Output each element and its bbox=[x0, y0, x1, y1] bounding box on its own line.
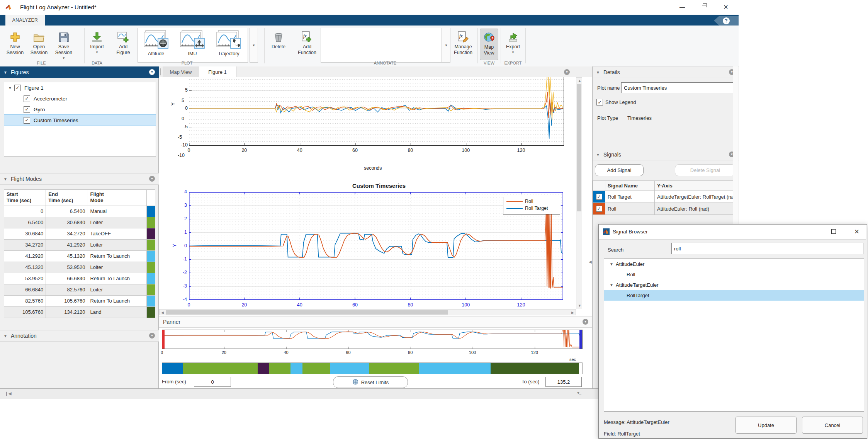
flight-mode-row[interactable]: 45.132053.9520Loiter bbox=[4, 262, 155, 273]
mode-strip-segment[interactable] bbox=[491, 363, 579, 374]
mode-strip-segment[interactable] bbox=[419, 363, 491, 374]
mode-strip-segment[interactable] bbox=[369, 363, 419, 374]
annotation-collapse-icon[interactable]: ▼ bbox=[3, 334, 7, 338]
mode-strip-segment[interactable] bbox=[162, 363, 183, 374]
mode-strip-segment[interactable] bbox=[183, 363, 258, 374]
collapse-left-panel-icon[interactable]: ❙◀ bbox=[5, 391, 12, 396]
map-view-button[interactable]: Map View bbox=[480, 29, 498, 60]
flight-mode-row[interactable]: 30.684034.2720TakeOFF bbox=[4, 228, 155, 239]
figure-tabs-menu-icon[interactable]: ▼ bbox=[564, 69, 570, 75]
signals-panel-header[interactable]: ▼ Signals ▼ bbox=[593, 149, 739, 160]
signal-row[interactable]: ✓Roll TargetAttitudeTargetEuler: RollTar… bbox=[593, 191, 737, 203]
custom-plot-axes[interactable]: Roll Roll Target bbox=[189, 192, 563, 300]
annotation-function-gallery[interactable] bbox=[321, 28, 442, 63]
search-input[interactable] bbox=[671, 243, 863, 254]
plot-name-input[interactable] bbox=[621, 82, 734, 93]
flight-mode-strip[interactable] bbox=[162, 362, 583, 374]
import-button[interactable]: Import ▼ bbox=[86, 29, 108, 54]
to-input[interactable] bbox=[545, 377, 582, 387]
tree-expand-icon[interactable]: ▼ bbox=[7, 86, 13, 90]
flight-mode-row[interactable]: 06.5400Manual bbox=[4, 206, 155, 217]
mode-strip-segment[interactable] bbox=[269, 363, 290, 374]
tab-analyzer[interactable]: ANALYZER bbox=[5, 15, 45, 26]
panner-plot[interactable] bbox=[162, 330, 583, 349]
plot-gallery-expand-button[interactable]: ▼ bbox=[250, 28, 258, 63]
panner-right-handle[interactable] bbox=[579, 330, 582, 349]
signal-browser-item[interactable]: RollTarget bbox=[604, 290, 864, 301]
flight-mode-row[interactable]: 82.5760105.6760Return To Launch bbox=[4, 295, 155, 306]
close-button[interactable]: ✕ bbox=[718, 1, 734, 13]
figure-checkbox[interactable]: ✓ bbox=[24, 106, 30, 113]
minimize-button[interactable]: — bbox=[674, 1, 690, 13]
dialog-title-bar[interactable]: Signal Browser — ✕ bbox=[599, 225, 866, 240]
figures-menu-icon[interactable]: ▼ bbox=[149, 69, 155, 75]
tree-expand-icon[interactable]: ▼ bbox=[609, 283, 614, 287]
signal-browser-item[interactable]: Roll bbox=[604, 269, 864, 280]
figures-collapse-icon[interactable]: ▼ bbox=[3, 70, 7, 75]
restore-button[interactable] bbox=[696, 1, 712, 13]
add-figure-button[interactable]: Add Figure bbox=[112, 29, 134, 56]
collapse-right-panel-icon[interactable]: ◀ bbox=[589, 260, 592, 264]
export-button[interactable]: Export ▼ bbox=[502, 29, 524, 54]
flight-mode-row[interactable]: 41.292045.1320Return To Launch bbox=[4, 250, 155, 262]
signal-row[interactable]: ✓RollAttitudeEuler: Roll (rad) bbox=[593, 203, 737, 215]
figure-checkbox[interactable]: ✓ bbox=[24, 117, 30, 124]
flight-mode-row[interactable]: 34.272041.2920Loiter bbox=[4, 239, 155, 250]
figures-tree-item[interactable]: ▼✓Figure 1 bbox=[4, 82, 156, 93]
dialog-maximize-button[interactable] bbox=[826, 226, 841, 237]
update-button[interactable]: Update bbox=[736, 417, 797, 434]
signals-table[interactable]: Signal Name Y-Axis ✓Roll TargetAttitudeT… bbox=[593, 180, 737, 215]
details-collapse-icon[interactable]: ▼ bbox=[596, 70, 600, 75]
flight-mode-row[interactable]: 105.6760134.2120Land bbox=[4, 306, 155, 318]
signal-browser-item[interactable]: ▼AttitudeTargetEuler bbox=[604, 280, 864, 290]
annotation-gallery-expand-button[interactable]: ▼ bbox=[442, 28, 450, 63]
flight-modes-panel-header[interactable]: ▼ Flight Modes ▼ bbox=[0, 173, 159, 185]
plot-type-trajectory[interactable]: Trajectory bbox=[211, 28, 247, 62]
collapse-bottom-panel-icon[interactable]: ▼̲ bbox=[576, 391, 580, 395]
delete-button[interactable]: Delete bbox=[267, 29, 290, 50]
flight-mode-row[interactable]: 66.684082.5760Loiter bbox=[4, 284, 155, 295]
delete-signal-button[interactable]: Delete Signal bbox=[675, 164, 736, 176]
panner-left-handle[interactable] bbox=[162, 330, 165, 349]
scroll-left-icon[interactable]: ◀ bbox=[161, 311, 164, 315]
figures-tree-item[interactable]: ✓Custom Timeseries bbox=[4, 115, 156, 126]
signal-browser-item[interactable]: ▼AttitudeEuler bbox=[604, 259, 864, 269]
plot-type-imu[interactable]: IMU bbox=[174, 28, 211, 62]
vscroll-thumb[interactable] bbox=[577, 84, 581, 211]
top-plot-axes[interactable] bbox=[189, 77, 564, 146]
annotation-menu-icon[interactable]: ▼ bbox=[149, 333, 155, 339]
add-function-button[interactable]: fx Add Function bbox=[295, 29, 319, 56]
figure-checkbox[interactable]: ✓ bbox=[14, 85, 21, 91]
signals-collapse-icon[interactable]: ▼ bbox=[596, 153, 600, 157]
new-session-button[interactable]: New Session bbox=[4, 29, 26, 56]
tab-map-view[interactable]: Map View bbox=[163, 66, 199, 77]
signal-checkbox[interactable]: ✓ bbox=[596, 194, 602, 200]
collapse-ribbon-icon[interactable]: ▲̲ bbox=[509, 60, 513, 64]
mode-strip-segment[interactable] bbox=[290, 363, 302, 374]
reset-limits-button[interactable]: Reset Limits bbox=[333, 376, 408, 388]
scroll-down-icon[interactable]: ▼ bbox=[578, 304, 581, 308]
plot-type-attitude[interactable]: Attitude bbox=[138, 28, 174, 62]
figure-checkbox[interactable]: ✓ bbox=[24, 95, 30, 102]
figures-panel-header[interactable]: ▼ Figures ▼ bbox=[0, 66, 159, 78]
flight-mode-row[interactable]: 53.952066.6840Return To Launch bbox=[4, 273, 155, 284]
figure-vscrollbar[interactable]: ▲ ▼ bbox=[576, 77, 582, 309]
mode-strip-segment[interactable] bbox=[330, 363, 369, 374]
figure-hscrollbar[interactable]: ◀ ▶ bbox=[159, 309, 576, 315]
hscroll-thumb[interactable] bbox=[166, 310, 448, 315]
dialog-minimize-button[interactable]: — bbox=[803, 226, 818, 237]
tab-figure-1[interactable]: Figure 1 bbox=[199, 66, 236, 77]
flight-mode-row[interactable]: 6.540030.6840Loiter bbox=[4, 217, 155, 228]
annotation-panel-header[interactable]: ▼ Annotation ▼ bbox=[0, 330, 159, 342]
show-legend-checkbox[interactable]: ✓ bbox=[596, 99, 603, 105]
add-signal-button[interactable]: Add Signal bbox=[595, 164, 644, 176]
cancel-button[interactable]: Cancel bbox=[802, 417, 863, 434]
plot-legend[interactable]: Roll Roll Target bbox=[503, 197, 560, 214]
panner-menu-icon[interactable]: ▼ bbox=[583, 319, 588, 325]
figure-canvas[interactable]: -10-505 Y seconds Custom Timeseries Roll… bbox=[159, 77, 576, 309]
scroll-up-icon[interactable]: ▲ bbox=[578, 79, 581, 83]
panner-header[interactable]: Panner ▼ bbox=[159, 316, 592, 328]
signal-checkbox[interactable]: ✓ bbox=[596, 206, 602, 212]
scroll-right-icon[interactable]: ▶ bbox=[571, 311, 574, 315]
from-input[interactable] bbox=[194, 377, 231, 387]
